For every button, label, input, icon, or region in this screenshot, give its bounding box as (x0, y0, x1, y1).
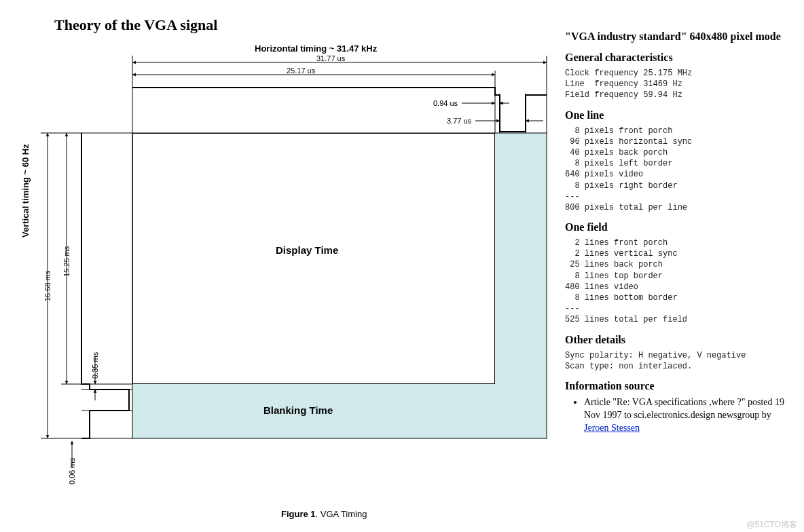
spec-title: "VGA industry standard" 640x480 pixel mo… (565, 30, 796, 43)
v-fp-label: 0.35 ms (91, 352, 99, 379)
figure-title: . VGA Timing (316, 509, 367, 519)
other-heading: Other details (565, 334, 796, 346)
info-source-link[interactable]: Jeroen Stessen (584, 423, 640, 433)
v-active-label: 15.25 ms (62, 246, 71, 277)
vertical-timing-title: Vertical timing ~ 60 Hz (20, 144, 31, 238)
specification-panel: "VGA industry standard" 640x480 pixel mo… (565, 30, 796, 435)
one-line-text: 8 pixels front porch 96 pixels horizonta… (565, 126, 796, 214)
general-heading: General characteristics (565, 52, 796, 64)
blanking-time-label: Blanking Time (263, 404, 333, 416)
h-active-label: 25.17 us (287, 66, 315, 75)
info-text: Article "Re: VGA specifications ,where ?… (584, 397, 784, 420)
display-time-label: Display Time (276, 244, 338, 256)
info-list: Article "Re: VGA specifications ,where ?… (584, 396, 796, 435)
other-text: Sync polarity: H negative, V negative Sc… (565, 350, 796, 372)
h-sync-label: 3.77 us (447, 117, 471, 125)
v-sync-label: 0.06 ms (68, 458, 76, 484)
one-field-text: 2 lines front porch 2 lines vertical syn… (565, 238, 796, 326)
info-heading: Information source (565, 380, 796, 392)
watermark: @51CTO博客 (746, 519, 797, 531)
h-fp-label: 0.94 us (433, 99, 458, 107)
page-title: Theory of the VGA signal (54, 16, 217, 34)
general-text: Clock frequency 25.175 MHz Line frequenc… (565, 68, 796, 101)
figure-caption: Figure 1. VGA Timing (281, 509, 367, 519)
horizontal-timing-title: Horizontal timing ~ 31.47 kHz (255, 43, 377, 54)
figure-number: Figure 1 (281, 509, 316, 519)
info-item: Article "Re: VGA specifications ,where ?… (584, 396, 796, 435)
timing-diagram: Horizontal timing ~ 31.47 kHz Vertical t… (14, 34, 550, 522)
display-area (132, 133, 495, 384)
one-line-heading: One line (565, 109, 796, 121)
v-total-label: 16.68 ms (43, 271, 52, 301)
one-field-heading: One field (565, 221, 796, 233)
h-total-label: 31.77 us (316, 54, 345, 62)
